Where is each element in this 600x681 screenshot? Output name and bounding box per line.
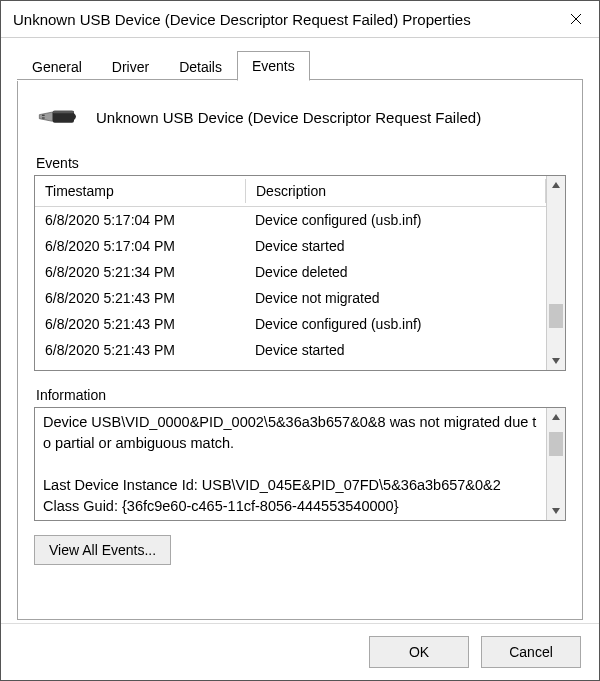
svg-marker-8 [552, 358, 560, 364]
view-all-events-button[interactable]: View All Events... [34, 535, 171, 565]
events-header[interactable]: Timestamp Description [35, 176, 546, 207]
properties-dialog: Unknown USB Device (Device Descriptor Re… [0, 0, 600, 681]
information-label: Information [36, 387, 566, 403]
usb-device-icon [38, 102, 78, 133]
svg-marker-7 [552, 182, 560, 188]
events-label: Events [36, 155, 566, 171]
event-row[interactable]: 6/8/2020 5:17:04 PMDevice started [35, 233, 546, 259]
scrollbar-thumb[interactable] [549, 432, 563, 456]
window-title: Unknown USB Device (Device Descriptor Re… [13, 11, 471, 28]
event-description: Device configured (usb.inf) [245, 314, 546, 334]
titlebar: Unknown USB Device (Device Descriptor Re… [1, 1, 599, 38]
event-row[interactable]: 6/8/2020 5:21:43 PMDevice started [35, 337, 546, 363]
svg-rect-4 [42, 117, 45, 118]
events-scrollbar[interactable] [546, 176, 565, 370]
scroll-down-icon[interactable] [547, 502, 565, 520]
event-description: Device not migrated [245, 288, 546, 308]
scroll-down-icon[interactable] [547, 352, 565, 370]
svg-marker-9 [552, 414, 560, 420]
event-timestamp: 6/8/2020 5:21:43 PM [35, 288, 245, 308]
cancel-button[interactable]: Cancel [481, 636, 581, 668]
svg-marker-2 [39, 112, 52, 121]
event-description: Device configured (usb.inf) [245, 210, 546, 230]
event-timestamp: 6/8/2020 5:21:43 PM [35, 314, 245, 334]
scroll-up-icon[interactable] [547, 408, 565, 426]
information-box[interactable]: Device USB\VID_0000&PID_0002\5&36a3b657&… [34, 407, 566, 521]
dialog-footer: OK Cancel [1, 623, 599, 680]
information-text: Device USB\VID_0000&PID_0002\5&36a3b657&… [35, 408, 546, 520]
col-header-timestamp[interactable]: Timestamp [35, 179, 246, 203]
event-timestamp: 6/8/2020 5:21:34 PM [35, 262, 245, 282]
ok-button[interactable]: OK [369, 636, 469, 668]
svg-rect-3 [42, 115, 45, 116]
event-timestamp: 6/8/2020 5:17:04 PM [35, 236, 245, 256]
event-row[interactable]: 6/8/2020 5:17:04 PMDevice configured (us… [35, 207, 546, 233]
event-description: Device started [245, 236, 546, 256]
info-scrollbar[interactable] [546, 408, 565, 520]
scroll-up-icon[interactable] [547, 176, 565, 194]
event-row[interactable]: 6/8/2020 5:21:34 PMDevice deleted [35, 259, 546, 285]
col-header-description[interactable]: Description [246, 179, 546, 203]
device-header: Unknown USB Device (Device Descriptor Re… [38, 102, 562, 133]
tab-details[interactable]: Details [164, 52, 237, 81]
event-timestamp: 6/8/2020 5:17:04 PM [35, 210, 245, 230]
events-list[interactable]: Timestamp Description 6/8/2020 5:17:04 P… [34, 175, 566, 371]
event-description: Device deleted [245, 262, 546, 282]
device-name: Unknown USB Device (Device Descriptor Re… [96, 109, 481, 126]
dialog-body: GeneralDriverDetailsEvents Unknown USB D… [1, 38, 599, 620]
event-row[interactable]: 6/8/2020 5:21:43 PMDevice configured (us… [35, 311, 546, 337]
event-description: Device started [245, 340, 546, 360]
tab-driver[interactable]: Driver [97, 52, 164, 81]
tab-panel-events: Unknown USB Device (Device Descriptor Re… [17, 80, 583, 620]
event-row[interactable]: 6/8/2020 5:21:43 PMDevice not migrated [35, 285, 546, 311]
close-icon[interactable] [553, 1, 599, 37]
scrollbar-thumb[interactable] [549, 304, 563, 328]
window-controls [553, 1, 599, 37]
tab-events[interactable]: Events [237, 51, 310, 81]
tab-general[interactable]: General [17, 52, 97, 81]
svg-marker-10 [552, 508, 560, 514]
svg-rect-6 [53, 111, 74, 114]
tab-strip: GeneralDriverDetailsEvents [17, 50, 583, 80]
event-timestamp: 6/8/2020 5:21:43 PM [35, 340, 245, 360]
